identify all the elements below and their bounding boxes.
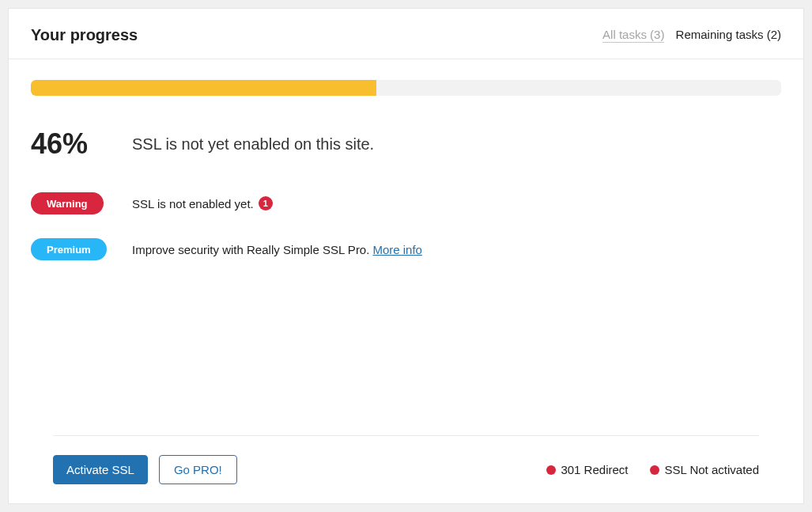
tab-all-label: All tasks	[602, 28, 647, 41]
task-text: Improve security with Really Simple SSL …	[132, 243, 422, 256]
task-label-col: Premium	[31, 238, 132, 260]
card-footer: Activate SSL Go PRO! 301 Redirect SSL No…	[53, 435, 759, 503]
spacer	[31, 284, 781, 435]
footer-buttons: Activate SSL Go PRO!	[53, 455, 237, 484]
card-body: 46% SSL is not yet enabled on this site.…	[9, 59, 803, 503]
tab-remaining-label: Remaining tasks	[676, 28, 764, 41]
tab-all-count: 3	[654, 28, 660, 41]
status-301-redirect: 301 Redirect	[546, 463, 628, 476]
card-header: Your progress All tasks (3) Remaining ta…	[9, 9, 803, 59]
progress-card: Your progress All tasks (3) Remaining ta…	[8, 8, 804, 504]
status-dot-icon	[650, 465, 659, 475]
task-warning-text: SSL is not enabled yet.	[132, 197, 254, 210]
premium-badge: Premium	[31, 238, 107, 260]
task-label-col: Warning	[31, 192, 132, 214]
tab-remaining-tasks[interactable]: Remaining tasks (2)	[676, 28, 781, 41]
status-list: 301 Redirect SSL Not activated	[546, 463, 759, 476]
percent-row: 46% SSL is not yet enabled on this site.	[31, 127, 781, 161]
progress-status-text: SSL is not yet enabled on this site.	[132, 135, 374, 154]
task-row-warning: Warning SSL is not enabled yet. 1	[31, 192, 781, 214]
status-label: 301 Redirect	[561, 463, 628, 476]
go-pro-button[interactable]: Go PRO!	[159, 455, 237, 484]
page-title: Your progress	[31, 26, 138, 44]
progress-fill	[31, 80, 376, 96]
activate-ssl-button[interactable]: Activate SSL	[53, 455, 148, 484]
task-list: Warning SSL is not enabled yet. 1 Premiu…	[31, 192, 781, 284]
tab-remaining-count: 2	[771, 28, 777, 41]
status-ssl-not-activated: SSL Not activated	[650, 463, 759, 476]
task-text: SSL is not enabled yet. 1	[132, 196, 273, 210]
more-info-link[interactable]: More info	[372, 243, 422, 256]
tab-all-tasks[interactable]: All tasks (3)	[602, 28, 664, 43]
task-premium-text: Improve security with Really Simple SSL …	[132, 243, 369, 256]
status-dot-icon	[546, 465, 556, 475]
task-row-premium: Premium Improve security with Really Sim…	[31, 238, 781, 260]
task-count-badge: 1	[259, 196, 273, 210]
warning-badge: Warning	[31, 192, 104, 214]
header-tabs: All tasks (3) Remaining tasks (2)	[602, 28, 781, 43]
status-label: SSL Not activated	[664, 463, 759, 476]
progress-bar	[31, 80, 781, 96]
percent-value: 46%	[31, 127, 132, 161]
